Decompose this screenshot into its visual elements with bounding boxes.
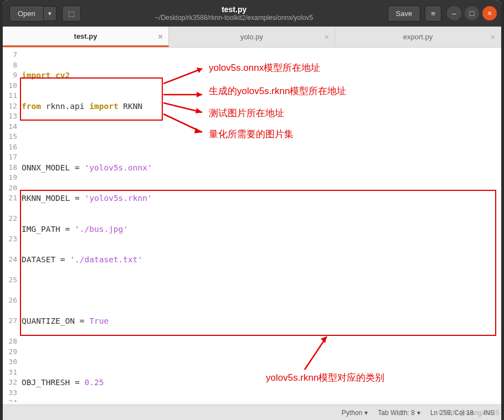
open-button[interactable]: Open: [9, 6, 44, 22]
hamburger-icon: ≡: [431, 9, 435, 18]
title-center: test.py ~/Desktop/rk3588/rknn-toolkit2/e…: [81, 5, 388, 22]
code-line: import cv2: [22, 71, 70, 80]
tab-label: export.py: [403, 33, 433, 41]
window-subtitle: ~/Desktop/rk3588/rknn-toolkit2/examples/…: [81, 14, 388, 22]
code-line: OBJ_THRESH = 0.25: [22, 377, 499, 388]
minimize-button[interactable]: –: [447, 6, 461, 20]
maximize-icon: □: [470, 9, 474, 18]
close-icon: ×: [487, 9, 492, 18]
annotation-text: 生成的yolov5s.rknn模型所在地址: [209, 86, 346, 97]
minimize-icon: –: [452, 9, 456, 18]
tab-label: yolo.py: [240, 33, 263, 41]
code-content[interactable]: import cv2 from rknn.api import RKNN ONN…: [22, 50, 499, 402]
window-controls: – □ ×: [447, 6, 497, 20]
code-line: [22, 286, 499, 296]
status-bar: Python▾ Tab Width: 8▾ Ln 259, Col 18 INS: [3, 405, 501, 420]
annotation-text: 测试图片所在地址: [209, 108, 284, 119]
code-line: IMG_PATH = './bus.jpg': [22, 224, 499, 235]
code-line: DATASET = './dataset.txt': [22, 255, 499, 265]
hamburger-menu-button[interactable]: ≡: [425, 6, 441, 22]
code-line: RKNN_MODEL = 'yolov5s.rknn': [22, 193, 499, 204]
chevron-down-icon: ▾: [417, 409, 420, 417]
annotation-text: yolov5s.rknn模型对应的类别: [266, 373, 384, 383]
code-line: [22, 347, 499, 357]
close-button[interactable]: ×: [482, 6, 497, 20]
save-button[interactable]: Save: [388, 6, 421, 22]
titlebar: Open ▾ ⬚ test.py ~/Desktop/rk3588/rknn-t…: [3, 0, 501, 27]
tab-yolo-py[interactable]: yolo.py ×: [169, 27, 335, 47]
code-line: ONNX_MODEL = 'yolov5s.onnx': [22, 163, 499, 173]
tab-test-py[interactable]: test.py ×: [3, 27, 169, 47]
watermark: CSDN @wangxinRS: [439, 409, 500, 417]
maximize-button[interactable]: □: [465, 6, 479, 20]
tab-close-icon[interactable]: ×: [324, 32, 329, 42]
open-dropdown-button[interactable]: ▾: [44, 6, 56, 21]
window-title: test.py: [81, 5, 388, 14]
code-line: QUANTIZE_ON = True: [22, 316, 499, 326]
annotation-text: yolov5s.onnx模型所在地址: [209, 63, 320, 74]
annotation-text: 量化所需要的图片集: [209, 129, 294, 140]
new-tab-icon: ⬚: [68, 9, 75, 18]
code-editor[interactable]: 7 8 9 10 11 12 13 14 15 16 17 18 19 20 2…: [3, 48, 501, 402]
tab-bar: test.py × yolo.py × export.py ×: [3, 27, 501, 48]
editor-window: Open ▾ ⬚ test.py ~/Desktop/rk3588/rknn-t…: [3, 0, 501, 420]
status-language[interactable]: Python▾: [342, 409, 368, 417]
tab-close-icon[interactable]: ×: [158, 32, 163, 41]
chevron-down-icon: ▾: [364, 409, 368, 417]
line-number-gutter: 7 8 9 10 11 12 13 14 15 16 17 18 19 20 2…: [3, 50, 19, 402]
status-tabwidth[interactable]: Tab Width: 8▾: [378, 409, 420, 417]
tab-export-py[interactable]: export.py ×: [335, 27, 501, 47]
new-tab-button[interactable]: ⬚: [62, 6, 81, 22]
tab-label: test.py: [74, 32, 97, 40]
tab-close-icon[interactable]: ×: [490, 32, 495, 42]
